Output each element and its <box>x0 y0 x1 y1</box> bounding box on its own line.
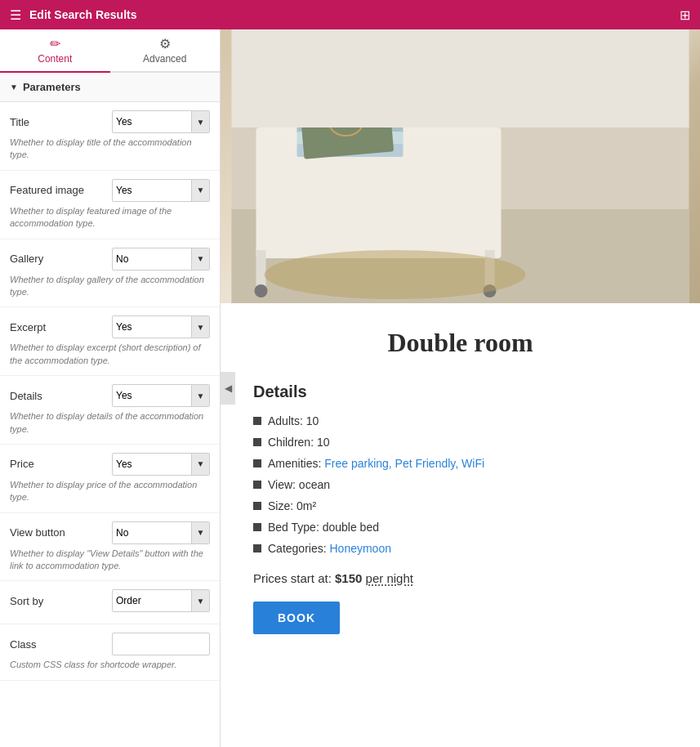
bullet-icon <box>253 417 261 425</box>
select-arrow-icon: ▼ <box>191 316 209 338</box>
bullet-icon <box>253 438 261 446</box>
tabs: ✏ Content ⚙ Advanced <box>0 29 220 73</box>
fields-container: TitleYesNo▼Whether to display title of t… <box>0 102 220 681</box>
hamburger-icon[interactable]: ☰ <box>10 7 21 23</box>
field-hint-gallery: Whether to display gallery of the accomm… <box>10 274 210 299</box>
select-gallery[interactable]: YesNo <box>113 248 191 270</box>
field-input-class[interactable] <box>112 633 210 655</box>
grid-icon[interactable]: ⊞ <box>680 7 690 23</box>
select-view-button[interactable]: YesNo <box>113 522 191 543</box>
bullet-icon <box>253 481 261 489</box>
select-arrow-icon: ▼ <box>191 522 209 543</box>
select-arrow-icon: ▼ <box>191 590 209 611</box>
field-group-price: PriceYesNo▼Whether to display price of t… <box>0 445 220 513</box>
field-hint-details: Whether to display details of the accomm… <box>10 410 210 436</box>
field-group-class: ClassCustom CSS class for shortcode wrap… <box>0 624 220 680</box>
field-hint-class: Custom CSS class for shortcode wrapper. <box>10 659 210 671</box>
svg-point-20 <box>265 250 526 299</box>
right-panel: ◀ <box>221 29 700 747</box>
details-item-4: Size: 0m² <box>253 499 667 512</box>
field-group-featured-image: Featured imageYesNo▼Whether to display f… <box>0 171 220 239</box>
details-item-text-4: Size: 0m² <box>268 499 316 512</box>
prices-text: Prices start at: $150 per night <box>253 571 667 585</box>
field-hint-excerpt: Whether to display excerpt (short descri… <box>10 342 210 367</box>
details-item-1: Children: 10 <box>253 436 667 449</box>
details-item-6: Categories: Honeymoon <box>253 542 667 555</box>
book-button[interactable]: BOOK <box>253 602 340 634</box>
bullet-icon <box>253 523 261 531</box>
prices-label: Prices start at: <box>253 571 332 585</box>
details-item-5: Bed Type: double bed <box>253 521 667 534</box>
tab-advanced-label: Advanced <box>143 53 186 65</box>
details-heading: Details <box>253 382 667 401</box>
field-select-excerpt[interactable]: YesNo▼ <box>112 315 210 338</box>
select-excerpt[interactable]: YesNo <box>113 316 191 338</box>
field-label-gallery: Gallery <box>10 253 43 265</box>
bullet-icon <box>253 502 261 510</box>
details-item-text-2: Amenities: Free parking, Pet Friendly, W… <box>268 457 484 470</box>
field-select-featured-image[interactable]: YesNo▼ <box>112 179 210 202</box>
select-arrow-icon: ▼ <box>191 454 209 475</box>
field-label-excerpt: Excerpt <box>10 321 46 333</box>
field-group-sort-by: Sort byOrderNamePrice▼ <box>0 581 220 624</box>
details-link-6[interactable]: Honeymoon <box>329 542 391 555</box>
field-group-excerpt: ExcerptYesNo▼Whether to display excerpt … <box>0 307 220 376</box>
page-title: Edit Search Results <box>29 8 137 21</box>
details-list: Adults: 10Children: 10Amenities: Free pa… <box>253 414 667 555</box>
select-price[interactable]: YesNo <box>113 454 191 475</box>
tab-advanced[interactable]: ⚙ Advanced <box>110 29 221 73</box>
bullet-icon <box>253 544 261 552</box>
field-group-view-button: View buttonYesNo▼Whether to display "Vie… <box>0 513 220 582</box>
field-group-gallery: GalleryYesNo▼Whether to display gallery … <box>0 239 220 308</box>
field-select-sort-by[interactable]: OrderNamePrice▼ <box>112 589 210 612</box>
preview-content: Double room Details Adults: 10Children: … <box>221 303 700 659</box>
parameters-label: Parameters <box>23 81 81 93</box>
details-item-text-0: Adults: 10 <box>268 414 319 427</box>
select-arrow-icon: ▼ <box>191 111 209 132</box>
select-arrow-icon: ▼ <box>191 180 209 201</box>
field-group-details: DetailsYesNo▼Whether to display details … <box>0 376 220 445</box>
select-arrow-icon: ▼ <box>191 248 209 270</box>
field-label-details: Details <box>10 390 42 402</box>
select-featured-image[interactable]: YesNo <box>113 180 191 201</box>
details-item-0: Adults: 10 <box>253 414 667 427</box>
collapse-button[interactable]: ◀ <box>221 372 235 405</box>
details-item-text-1: Children: 10 <box>268 436 330 449</box>
per-night: per night <box>366 571 413 585</box>
price-value: $150 <box>335 571 362 585</box>
left-panel: ✏ Content ⚙ Advanced ▼ Parameters TitleY… <box>0 29 221 747</box>
field-label-sort-by: Sort by <box>10 595 43 607</box>
field-select-details[interactable]: YesNo▼ <box>112 384 210 407</box>
content-icon: ✏ <box>50 36 60 51</box>
arrow-icon: ▼ <box>10 83 18 92</box>
bullet-icon <box>253 459 261 467</box>
field-group-title: TitleYesNo▼Whether to display title of t… <box>0 102 220 171</box>
field-select-gallery[interactable]: YesNo▼ <box>112 248 210 271</box>
field-select-view-button[interactable]: YesNo▼ <box>112 521 210 544</box>
select-details[interactable]: YesNo <box>113 385 191 406</box>
field-label-view-button: View button <box>10 526 65 539</box>
parameters-section-header: ▼ Parameters <box>0 73 220 102</box>
main-layout: ✏ Content ⚙ Advanced ▼ Parameters TitleY… <box>0 29 700 747</box>
select-sort-by[interactable]: OrderNamePrice <box>113 590 191 611</box>
preview-image <box>221 29 700 303</box>
details-item-3: View: ocean <box>253 478 667 491</box>
field-label-title: Title <box>10 116 29 128</box>
details-item-text-5: Bed Type: double bed <box>268 521 379 534</box>
details-item-text-3: View: ocean <box>268 478 330 491</box>
field-select-price[interactable]: YesNo▼ <box>112 453 210 476</box>
field-hint-view-button: Whether to display "View Details" button… <box>10 548 210 573</box>
room-title: Double room <box>253 328 667 358</box>
field-select-title[interactable]: YesNo▼ <box>112 110 210 133</box>
svg-point-5 <box>255 284 268 297</box>
tab-content[interactable]: ✏ Content <box>0 29 110 73</box>
select-title[interactable]: YesNo <box>113 111 191 132</box>
tab-content-label: Content <box>38 53 72 65</box>
top-bar: ☰ Edit Search Results ⊞ <box>0 0 700 29</box>
field-label-class: Class <box>10 638 37 651</box>
field-hint-price: Whether to display price of the accommod… <box>10 479 210 504</box>
svg-rect-21 <box>232 29 689 127</box>
details-link-2[interactable]: Free parking, Pet Friendly, WiFi <box>324 457 484 470</box>
select-arrow-icon: ▼ <box>191 385 209 406</box>
field-label-price: Price <box>10 458 34 470</box>
